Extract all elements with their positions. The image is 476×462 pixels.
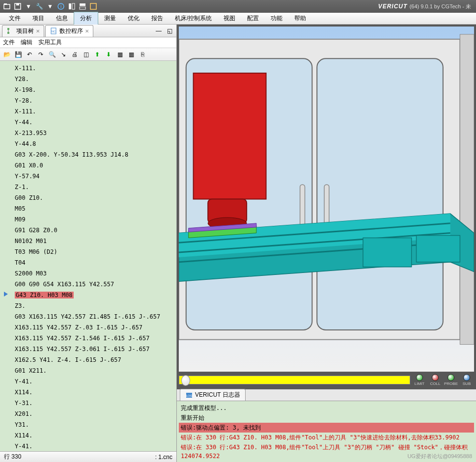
svg-rect-1 (4, 3, 7, 5)
svg-rect-17 (460, 34, 474, 345)
nc-line[interactable]: X-111. (0, 63, 176, 74)
submenu-item-0[interactable]: 文件 (3, 38, 15, 47)
nc-line[interactable]: X163.115 Y42.557 Z-.03 I-.615 J-.657 (0, 322, 176, 333)
tree-icon (6, 27, 14, 35)
nc-line[interactable]: G00 G90 G54 X163.115 Y42.557 (0, 279, 176, 290)
nc-line[interactable]: S2000 M03 (0, 268, 176, 279)
menu-item-0[interactable]: 文件 (3, 12, 27, 25)
step-prev-icon[interactable]: ⬆ (92, 50, 102, 59)
slider-thumb[interactable] (181, 375, 190, 386)
save-file-icon[interactable]: 💾 (13, 50, 23, 59)
logger: LOG VERICUT 日志器 完成重置模型...重新开始错误:驱动点偏置: 3… (177, 388, 476, 462)
submenu-item-2[interactable]: 实用工具 (38, 38, 62, 47)
menu-item-5[interactable]: 优化 (122, 12, 145, 25)
menu-item-6[interactable]: 报告 (145, 12, 169, 25)
menu-item-10[interactable]: 功能 (265, 12, 288, 25)
tb-info-icon[interactable]: i (56, 1, 66, 11)
goto-icon[interactable]: ↘ (58, 50, 68, 59)
nc-line[interactable]: N0102 M01 (0, 236, 176, 246)
menu-item-3[interactable]: 分析 (74, 12, 98, 25)
block2-icon[interactable]: ▦ (126, 50, 136, 59)
menu-item-2[interactable]: 信息 (50, 12, 74, 25)
copy-icon[interactable]: ⎘ (138, 50, 147, 59)
nc-line[interactable]: Y-31. (0, 398, 176, 408)
tb-layout3-icon[interactable] (88, 1, 98, 11)
menu-item-4[interactable]: 测量 (98, 12, 122, 25)
nc-line[interactable]: Y-28. (0, 95, 176, 106)
tb-save-icon[interactable] (13, 1, 23, 11)
print-icon[interactable]: 🖨 (70, 50, 80, 59)
nc-line[interactable]: Y-44.8 (0, 138, 176, 149)
nc-line[interactable]: G01 X0.0 (0, 160, 176, 171)
nc-line[interactable]: Z-1. (0, 182, 176, 192)
tb-dropdown2-icon[interactable]: ▼ (45, 1, 55, 11)
nc-line[interactable]: Y-57.94 (0, 171, 176, 182)
viewport-3d[interactable] (177, 25, 476, 372)
menu-item-9[interactable]: 配置 (241, 12, 265, 25)
tab-nc-program[interactable]: NC 数控程序 ✕ (45, 25, 93, 37)
nc-line[interactable]: X114. (0, 430, 176, 441)
block1-icon[interactable]: ▦ (115, 50, 125, 59)
tb-layout2-icon[interactable] (78, 1, 87, 11)
speed-slider[interactable] (179, 376, 410, 384)
svg-rect-32 (363, 238, 412, 267)
close-icon[interactable]: ✕ (36, 28, 40, 34)
nc-line[interactable]: G43 Z10. H03 M08 (0, 290, 176, 300)
tb-open-icon[interactable] (2, 1, 12, 11)
menu-item-7[interactable]: 机床/控制系统 (169, 12, 218, 25)
nc-line[interactable]: X-111. (0, 106, 176, 117)
menu-item-11[interactable]: 帮助 (288, 12, 312, 25)
tb-dropdown-icon[interactable]: ▼ (24, 1, 33, 11)
nc-line[interactable]: X162.5 Y41. Z-4. I-.615 J-.657 (0, 354, 176, 365)
nc-line[interactable]: G91 G28 Z0.0 (0, 225, 176, 236)
brand-label: VERICUT (64) 9.0.1 by CGTech - 未 (98, 3, 474, 10)
nc-line[interactable]: G00 Z10. (0, 192, 176, 203)
step-next-icon[interactable]: ⬇ (104, 50, 113, 59)
nc-line[interactable]: X-213.953 (0, 128, 176, 138)
nc-line[interactable]: Y-41. (0, 376, 176, 387)
close-icon[interactable]: ✕ (85, 28, 89, 34)
menu-item-1[interactable]: 项目 (27, 12, 50, 25)
nc-line[interactable]: X-198. (0, 84, 176, 95)
search-icon[interactable]: 🔍 (47, 50, 57, 59)
nc-line[interactable]: Z3. (0, 300, 176, 311)
status-line: 行 330 (4, 453, 21, 461)
svg-text:i: i (60, 4, 61, 9)
nc-line[interactable]: X114. (0, 387, 176, 398)
logger-tab-label: VERICUT 日志器 (195, 391, 240, 399)
nc-line[interactable]: Y31. (0, 419, 176, 430)
nc-line[interactable]: T04 (0, 257, 176, 268)
logger-tab[interactable]: LOG VERICUT 日志器 (180, 389, 246, 401)
nc-line[interactable]: X163.115 Y42.557 Z-1.546 I-.615 J-.657 (0, 333, 176, 344)
minimize-panel-icon[interactable]: — (154, 26, 164, 36)
nc-line[interactable]: T03 M06 (D2) (0, 246, 176, 257)
nc-line[interactable]: G03 X163.115 Y42.557 Z1.485 I-.615 J-.65… (0, 311, 176, 322)
nc-lines[interactable]: X-111.Y28.X-198.Y-28.X-111.Y-44.X-213.95… (0, 61, 176, 451)
svg-rect-3 (16, 3, 19, 5)
tb-wrench-icon[interactable]: 🔧 (34, 1, 44, 11)
popout-panel-icon[interactable]: ◱ (165, 26, 174, 36)
submenu-item-1[interactable]: 编辑 (21, 38, 32, 47)
tab-project-tree[interactable]: 项目树 ✕ (2, 25, 44, 37)
nc-line[interactable]: G03 X-200. Y-50.34 I13.953 J14.8 (0, 149, 176, 160)
nc-line[interactable]: Y-41. (0, 441, 176, 451)
tb-layout1-icon[interactable] (67, 1, 77, 11)
left-panel: 项目树 ✕ NC 数控程序 ✕ — ◱ 文件编辑实用工具 📂 💾 ↶ ↷ 🔍 ↘… (0, 25, 177, 462)
nc-line[interactable]: M09 (0, 214, 176, 225)
logger-tabs: LOG VERICUT 日志器 (177, 389, 476, 401)
log-line: 错误:驱动点偏置: 3, 未找到 (179, 423, 474, 433)
redo-icon[interactable]: ↷ (36, 50, 46, 59)
menu-item-8[interactable]: 视图 (218, 12, 241, 25)
svg-text:NC: NC (52, 30, 56, 33)
nc-line[interactable]: Y-44. (0, 117, 176, 128)
log-icon: LOG (185, 391, 193, 399)
svg-rect-0 (4, 4, 10, 9)
nc-line[interactable]: X201. (0, 408, 176, 419)
nc-line[interactable]: G01 X211. (0, 365, 176, 376)
nc-line[interactable]: X163.115 Y42.557 Z-3.061 I-.615 J-.657 (0, 344, 176, 354)
nc-line[interactable]: M05 (0, 203, 176, 214)
nc-line[interactable]: Y28. (0, 74, 176, 84)
open-file-icon[interactable]: 📂 (2, 50, 12, 59)
undo-icon[interactable]: ↶ (25, 50, 34, 59)
split-icon[interactable]: ◫ (81, 50, 91, 59)
